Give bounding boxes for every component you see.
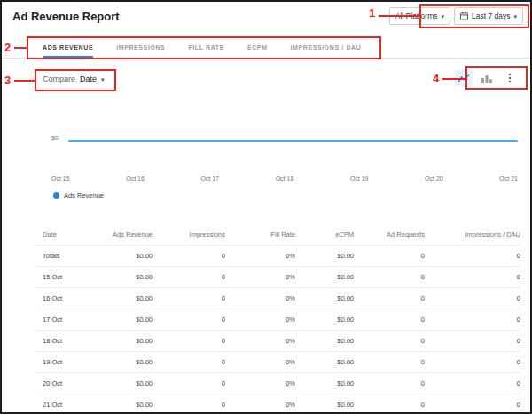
cell-value: $0.00 <box>295 267 354 288</box>
cell-value: 0 <box>153 309 225 331</box>
table-row: 17 Oct$0.0000%$0.0000 <box>37 309 520 331</box>
cell-value: 0% <box>225 352 295 373</box>
annotation-3-label: 3 <box>4 74 11 86</box>
cell-value: 0% <box>225 373 295 394</box>
report-table: Date Ads Revenue Impressions Fill Rate e… <box>37 225 517 414</box>
tab-ecpm[interactable]: ECPM <box>247 37 268 58</box>
cell-date: 21 Oct <box>37 394 90 414</box>
cell-value: $0.00 <box>90 352 153 373</box>
cell-value: 0 <box>354 309 425 331</box>
compare-label: Compare <box>43 74 75 83</box>
cell-date: 15 Oct <box>37 267 90 288</box>
cell-value: 0 <box>425 288 520 309</box>
cell-value: $0.00 <box>295 309 354 331</box>
cell-value: 0% <box>225 331 295 352</box>
compare-dropdown[interactable]: Compare Date ▾ <box>43 74 105 83</box>
bar-chart-icon <box>481 74 492 83</box>
annotation-1-line <box>379 15 419 17</box>
cell-value: 0 <box>354 331 425 352</box>
cell-value: $0.00 <box>90 394 153 414</box>
table-row: 18 Oct$0.0000%$0.0000 <box>37 331 520 352</box>
table-body: Totals$0.0000%$0.000015 Oct$0.0000%$0.00… <box>37 246 520 414</box>
cell-value: 0% <box>225 246 295 267</box>
bar-chart-toggle[interactable] <box>478 70 496 86</box>
cell-value: 0% <box>225 288 295 309</box>
cell-date: 17 Oct <box>37 309 90 331</box>
cell-value: 0 <box>425 394 520 414</box>
cell-value: $0.00 <box>295 373 354 394</box>
cell-value: 0 <box>354 246 425 267</box>
cell-value: 0 <box>153 373 225 394</box>
cell-value: 0% <box>225 309 295 331</box>
calendar-icon <box>460 12 468 20</box>
table-header-row: Date Ads Revenue Impressions Fill Rate e… <box>37 225 520 246</box>
cell-value: 0 <box>425 331 520 352</box>
legend-dot-icon <box>53 192 59 199</box>
x-tick-label: Oct 21 <box>499 176 518 182</box>
cell-value: $0.00 <box>295 288 354 309</box>
y-axis-tick-label: $0 <box>51 135 59 141</box>
page-title: Ad Revenue Report <box>12 10 120 23</box>
cell-value: 0 <box>354 288 425 309</box>
cell-value: $0.00 <box>295 246 354 267</box>
column-header-date: Date <box>37 225 90 246</box>
cell-value: 0% <box>225 394 295 414</box>
cell-date: 19 Oct <box>37 352 90 373</box>
chevron-down-icon: ▾ <box>441 13 444 20</box>
ads-revenue-chart: $0 Oct 15 Oct 16 Oct 17 Oct 18 Oct 19 Oc… <box>2 94 530 214</box>
cell-value: $0.00 <box>90 288 153 309</box>
table-row: Totals$0.0000%$0.0000 <box>37 246 520 267</box>
cell-value: 0% <box>225 267 295 288</box>
x-tick-label: Oct 19 <box>350 176 369 182</box>
cell-date: 18 Oct <box>37 331 90 352</box>
date-range-value: Last 7 days <box>472 12 510 20</box>
cell-value: 0 <box>425 246 520 267</box>
date-range-dropdown[interactable]: Last 7 days ▾ <box>454 7 523 25</box>
cell-value: 0 <box>425 267 520 288</box>
compare-value: Date <box>80 74 97 83</box>
cell-value: $0.00 <box>90 331 153 352</box>
x-tick-label: Oct 15 <box>51 176 70 182</box>
more-options-button[interactable] <box>501 70 519 86</box>
cell-date: 20 Oct <box>37 373 90 394</box>
cell-value: 0 <box>425 373 520 394</box>
cell-value: $0.00 <box>295 394 354 414</box>
tab-fill-rate[interactable]: FILL RATE <box>188 37 224 58</box>
x-tick-label: Oct 17 <box>200 176 219 182</box>
chart-legend: Ads Revenue <box>53 191 104 199</box>
annotation-3-line <box>14 80 35 82</box>
cell-value: $0.00 <box>90 309 153 331</box>
annotation-1-label: 1 <box>369 7 375 19</box>
cell-value: 0 <box>153 246 225 267</box>
cell-value: 0 <box>354 394 425 414</box>
report-tabbar: ADS REVENUE IMPRESSIONS FILL RATE ECPM I… <box>2 37 530 59</box>
chevron-down-icon: ▾ <box>101 76 105 82</box>
cell-value: 0 <box>425 352 520 373</box>
ad-revenue-report-page: Ad Revenue Report All Platforms ▾ Last 7… <box>0 0 532 414</box>
tab-impressions[interactable]: IMPRESSIONS <box>116 37 165 58</box>
cell-value: $0.00 <box>90 246 153 267</box>
tab-ads-revenue[interactable]: ADS REVENUE <box>43 37 93 58</box>
cell-value: $0.00 <box>295 331 354 352</box>
table-row: 19 Oct$0.0000%$0.0000 <box>37 352 520 373</box>
cell-value: 0 <box>354 373 425 394</box>
metrics-table: Date Ads Revenue Impressions Fill Rate e… <box>37 225 520 414</box>
cell-value: 0 <box>153 394 225 414</box>
ads-revenue-series-line <box>68 140 518 142</box>
column-header-impressions-dau: Impressions / DAU <box>425 225 520 246</box>
annotation-2-line <box>14 47 27 49</box>
table-row: 15 Oct$0.0000%$0.0000 <box>37 267 520 288</box>
cell-value: 0 <box>153 352 225 373</box>
table-row: 20 Oct$0.0000%$0.0000 <box>37 373 520 394</box>
x-tick-label: Oct 16 <box>126 176 145 182</box>
cell-value: 0 <box>153 331 225 352</box>
tab-impressions-dau[interactable]: IMPRESSIONS / DAU <box>291 37 362 58</box>
cell-value: 0 <box>153 288 225 309</box>
column-header-ad-requests: Ad Requests <box>354 225 425 246</box>
annotation-2-label: 2 <box>4 42 11 53</box>
x-tick-label: Oct 18 <box>276 176 294 182</box>
annotation-4-label: 4 <box>433 73 439 84</box>
more-options-icon <box>508 73 512 83</box>
cell-value: 0 <box>354 352 425 373</box>
cell-value: 0 <box>425 309 520 331</box>
